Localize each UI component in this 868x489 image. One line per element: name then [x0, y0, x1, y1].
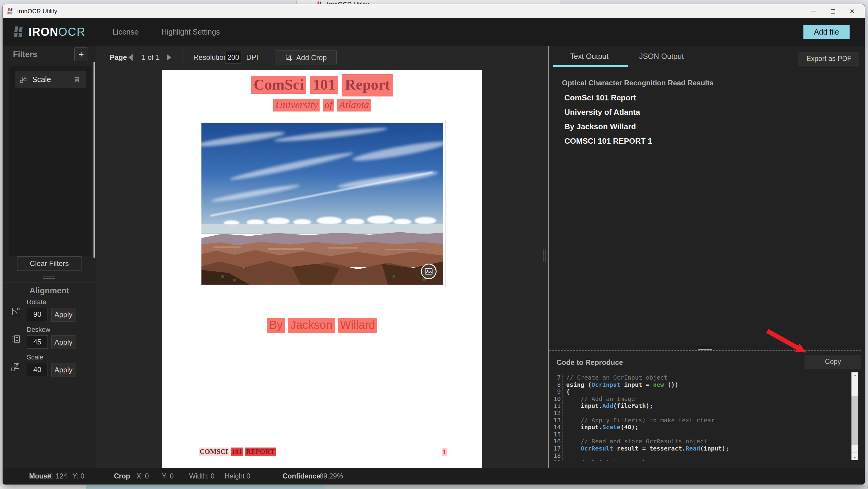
scroll-up-icon[interactable]: ⌃: [851, 372, 858, 380]
filters-scrollbar[interactable]: [93, 62, 95, 258]
filter-item-scale[interactable]: Scale: [15, 71, 86, 88]
code-line: 18: [549, 452, 865, 460]
desktop-strip: [326, 485, 868, 489]
code-line: 12: [549, 410, 865, 417]
brand-logo: IRONOCR: [14, 26, 85, 38]
ocr-highlight-word: COMSCI: [199, 448, 229, 456]
document-page: ComSci101Report UniversityofAtlanta: [162, 70, 482, 468]
document-viewport[interactable]: ComSci101Report UniversityofAtlanta: [96, 69, 549, 468]
background-window-title: IronOCR Utility: [327, 1, 369, 4]
nav-menu: License Highlight Settings: [113, 28, 220, 36]
chevron-right-icon: [167, 54, 171, 61]
active-tab-indicator: [553, 65, 628, 67]
alignment-row-deskew: Deskew Apply: [3, 326, 96, 352]
code-scrollbar[interactable]: ⌃ ⌄: [851, 372, 858, 460]
next-page-button[interactable]: [167, 46, 171, 69]
code-line: 19 // Print to console: [549, 459, 865, 461]
filter-item-label: Scale: [32, 75, 51, 84]
code-line: 9{: [549, 388, 865, 395]
mouse-y: Y: 0: [72, 468, 85, 485]
crop-icon: [285, 54, 292, 62]
image-badge-button[interactable]: [421, 264, 437, 279]
ocr-result-line: COMSCI 101 REPORT 1: [564, 136, 652, 151]
grand-canyon-photo: [202, 123, 443, 285]
main-content: Filters + Scale Clear Filters Alignment: [3, 46, 865, 468]
ocr-highlight-word: Jackson: [288, 318, 335, 333]
mouse-x: X: 124: [47, 468, 67, 485]
document-subtitle: UniversityofAtlanta: [162, 99, 482, 110]
rotate-apply-button[interactable]: Apply: [52, 308, 75, 322]
code-block[interactable]: 7// Create an OcrInput object 8using (Oc…: [549, 372, 865, 461]
brand-ocr-text: OCR: [58, 26, 85, 38]
previous-page-button[interactable]: [128, 46, 132, 69]
ocr-highlight-word: ComSci: [251, 76, 306, 94]
top-navbar: IRONOCR License Highlight Settings Add f…: [3, 18, 865, 46]
sidebar-splitter-handle[interactable]: [43, 276, 55, 280]
scrollbar-thumb[interactable]: [851, 396, 858, 445]
scale-icon: [20, 75, 28, 84]
scroll-down-icon[interactable]: ⌄: [851, 452, 858, 460]
ocr-highlight-word: Atlanta: [337, 99, 371, 111]
output-panel: Text Output JSON Output Export as PDF Op…: [549, 46, 865, 468]
background-window-titlebar[interactable]: IronOCR Utility: [296, 0, 560, 4]
ocr-result-line: ComSci 101 Report: [564, 93, 652, 107]
add-crop-button[interactable]: Add Crop: [275, 51, 337, 65]
nav-item-license[interactable]: License: [113, 28, 138, 36]
export-pdf-button[interactable]: Export as PDF: [799, 52, 859, 66]
close-icon: ✕: [849, 8, 855, 14]
close-button[interactable]: ✕: [842, 4, 862, 18]
clear-filters-button[interactable]: Clear Filters: [17, 256, 82, 271]
status-bar: Mouse X: 124 Y: 0 Crop X: 0 Y: 0 Width: …: [3, 468, 865, 485]
add-file-button[interactable]: Add file: [803, 25, 850, 39]
ocr-highlight-word: University: [273, 99, 319, 111]
rotate-input[interactable]: [27, 308, 48, 321]
document-byline: ByJacksonWillard: [162, 319, 482, 331]
nav-item-highlight-settings[interactable]: Highlight Settings: [161, 28, 220, 36]
tab-text-output[interactable]: Text Output: [553, 46, 625, 67]
ocr-highlight-word: 101: [230, 448, 244, 456]
ocr-highlight-word: REPORT: [245, 448, 276, 456]
divider: [183, 46, 183, 69]
horizontal-splitter[interactable]: [549, 347, 861, 351]
confidence-value: 89.29%: [319, 468, 343, 485]
alignment-row-scale: Scale Apply: [3, 354, 96, 379]
ironocr-logo-icon: [317, 1, 323, 4]
scale-label: Scale: [27, 354, 43, 361]
document-photo-frame: [199, 120, 446, 287]
deskew-input[interactable]: [27, 335, 48, 349]
minimize-button[interactable]: [804, 4, 823, 18]
alignment-title: Alignment: [3, 286, 96, 295]
copy-code-button[interactable]: Copy: [805, 355, 861, 368]
code-line: 7// Create an OcrInput object: [549, 374, 865, 382]
vertical-splitter-handle[interactable]: [543, 250, 547, 262]
deskew-apply-button[interactable]: Apply: [52, 335, 75, 349]
code-line: 14 input.Scale(40);: [549, 424, 865, 431]
resolution-input[interactable]: [225, 51, 241, 64]
window-titlebar[interactable]: IronOCR Utility ✕: [3, 4, 865, 18]
delete-filter-button[interactable]: [73, 75, 81, 83]
scale-apply-button[interactable]: Apply: [52, 363, 75, 377]
crop-label: Crop: [114, 468, 130, 485]
desktop-strip: [86, 485, 326, 489]
crop-width: Width: 0: [189, 468, 214, 485]
code-line: 15: [549, 431, 865, 438]
rotate-label: Rotate: [27, 298, 46, 306]
horizontal-splitter-handle[interactable]: [699, 348, 712, 351]
alignment-row-rotate: Rotate Apply: [3, 298, 96, 324]
rotate-angle-icon: [10, 306, 21, 317]
code-line: 11 input.Add(filePath);: [549, 402, 865, 410]
brand-iron-text: IRON: [29, 26, 58, 38]
ironocr-logo-icon: [7, 8, 14, 14]
trash-icon: [73, 75, 81, 83]
crop-height: Height 0: [225, 468, 250, 485]
add-filter-button[interactable]: +: [74, 47, 88, 61]
crop-x: X: 0: [136, 468, 149, 485]
ocr-result-line: By Jackson Willard: [564, 122, 652, 136]
code-line: 16 // Read and store OcrResults object: [549, 438, 865, 445]
ocr-results-list: ComSci 101 Report University of Atlanta …: [564, 93, 652, 151]
ocr-highlight-word: Report: [342, 74, 393, 96]
scale-input[interactable]: [27, 363, 48, 376]
tab-json-output[interactable]: JSON Output: [625, 46, 698, 67]
ocr-highlight-word: By: [267, 318, 285, 333]
maximize-button[interactable]: [823, 4, 842, 18]
